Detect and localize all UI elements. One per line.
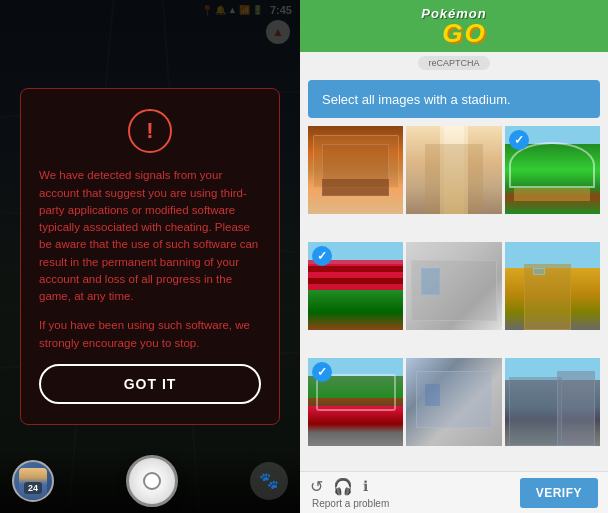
exclamation-icon: ! [146,118,153,144]
warning-message-1: We have detected signals from your accou… [39,167,261,305]
captcha-footer: ↺ 🎧 ℹ Report a problem VERIFY [300,471,608,513]
cell-check-4 [312,246,332,266]
warning-message-2: If you have been using such software, we… [39,317,261,352]
image-grid [300,126,608,471]
nearby-button[interactable]: 🐾 [250,462,288,500]
cell-image-5 [406,242,501,330]
grid-cell-5[interactable] [406,242,501,330]
verify-button[interactable]: VERIFY [520,478,598,508]
building2-left [509,377,561,446]
cell-detail-2b [425,144,482,214]
recaptcha-brand: reCAPTCHA [300,56,608,70]
got-it-button[interactable]: GOT IT [39,364,261,404]
building-wall [524,264,572,330]
level-badge: 24 [24,482,42,494]
avatar-container[interactable]: 24 [12,460,54,502]
building2-right [557,371,595,446]
cell-image-6 [505,242,600,330]
cell-image-1 [308,126,403,214]
cell-check-3 [509,130,529,150]
warning-overlay: ! We have detected signals from your acc… [0,0,300,513]
nearby-icon: 🐾 [259,471,279,490]
grid-cell-3[interactable] [505,126,600,214]
warning-icon: ! [128,109,172,153]
right-panel: Pokémon GO reCAPTCHA Select all images w… [300,0,608,513]
office-monitor [421,268,440,294]
footer-left: ↺ 🎧 ℹ Report a problem [310,477,389,509]
grid-cell-4[interactable] [308,242,403,330]
cell-check-7 [312,362,332,382]
grid-cell-6[interactable] [505,242,600,330]
grid-cell-9[interactable] [505,358,600,446]
pokeball-inner [143,472,161,490]
building-window [533,268,544,275]
headphones-icon[interactable]: 🎧 [333,477,353,496]
go-text: GO [442,20,486,46]
pokemon-go-logo: Pokémon GO [421,7,487,46]
cell-image-9 [505,358,600,446]
refresh-icon[interactable]: ↺ [310,477,323,496]
grid-cell-7[interactable] [308,358,403,446]
grid-cell-2[interactable] [406,126,501,214]
cell-detail-1b [322,179,389,197]
avatar [12,460,54,502]
cell-image-8 [406,358,501,446]
grid-cell-1[interactable] [308,126,403,214]
footer-icons: ↺ 🎧 ℹ [310,477,389,496]
recaptcha-label: reCAPTCHA [418,56,489,70]
report-link[interactable]: Report a problem [312,498,389,509]
warning-icon-container: ! [39,109,261,153]
captcha-instruction: Select all images with a stadium. [308,80,600,118]
cell-image-2 [406,126,501,214]
captcha-header: Pokémon GO [300,0,608,52]
warning-box: ! We have detected signals from your acc… [20,88,280,425]
interior-screen [425,384,439,406]
instruction-text: Select all images with a stadium. [322,92,511,107]
bottom-bar: 24 🐾 [0,448,300,513]
pokeball-button[interactable] [126,455,178,507]
info-icon[interactable]: ℹ [363,478,368,494]
left-panel: 📍 🔔 ▲ 📶 🔋 7:45 ▲ ! We have detected sign… [0,0,300,513]
field-lines [514,188,590,201]
grid-cell-8[interactable] [406,358,501,446]
